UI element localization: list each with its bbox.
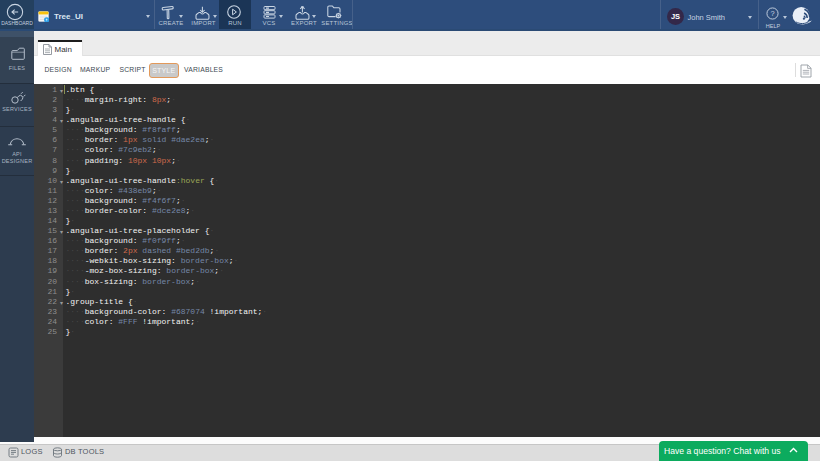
svg-text:?: ? [770,9,774,18]
